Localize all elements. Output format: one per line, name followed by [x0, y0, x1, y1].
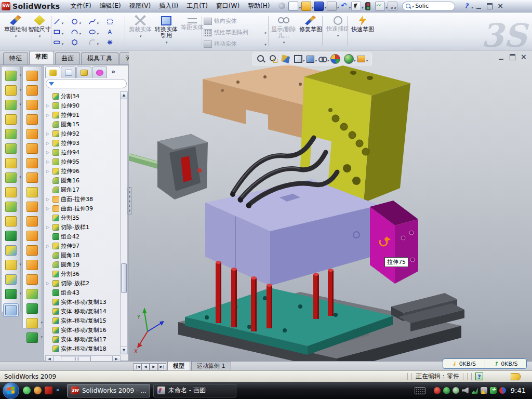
offset-entities-button[interactable]: 等距实体	[180, 15, 205, 31]
tree-item[interactable]: 分割36	[45, 269, 121, 278]
tree-item[interactable]: 实体-移动/复制16	[45, 325, 121, 335]
expand-arrow-icon[interactable]	[46, 244, 51, 248]
tag-icon[interactable]	[511, 373, 521, 380]
propertymanager-tab[interactable]	[61, 66, 76, 78]
expand-arrow-icon[interactable]	[46, 150, 51, 155]
tree-item[interactable]: 实体-移动/复制14	[45, 307, 121, 316]
expand-arrow-icon[interactable]	[46, 159, 51, 164]
tree-vertical-scrollbar[interactable]: ▲ ▼	[120, 91, 128, 354]
display-delete-relations-button[interactable]: 显示/删除几...	[271, 15, 296, 45]
update-icon[interactable]	[453, 387, 459, 394]
expand-arrow-icon[interactable]	[46, 131, 51, 136]
featuremanager-tree-tab[interactable]	[45, 66, 60, 78]
menu-help[interactable]: 帮助(H)	[244, 1, 274, 11]
tree-item[interactable]: 拉伸91	[45, 110, 121, 119]
menu-edit[interactable]: 编辑(E)	[96, 1, 125, 11]
ellipse-icon[interactable]	[88, 27, 106, 37]
taskbar-clock[interactable]: 9:41	[511, 387, 526, 394]
media-icon[interactable]	[34, 387, 42, 394]
tree-item[interactable]: 实体-移动/复制15	[45, 316, 121, 325]
sketch-fillet-icon[interactable]	[88, 37, 106, 47]
tree-item[interactable]: 拉伸97	[45, 241, 121, 250]
graphics-area[interactable]: Y X 拉伸75	[129, 50, 532, 361]
slot-icon[interactable]	[53, 37, 71, 47]
panel-splitter[interactable]	[127, 187, 132, 215]
security-red-icon[interactable]	[434, 387, 441, 394]
tree-item[interactable]: 组合42	[45, 232, 121, 241]
tab-surfaces[interactable]: 曲面	[55, 52, 80, 64]
expand-arrow-icon[interactable]	[46, 141, 51, 145]
scroll-down-button[interactable]: ▼	[121, 347, 127, 354]
tree-filter-box[interactable]	[46, 79, 127, 88]
sync-icon[interactable]	[499, 387, 506, 394]
tree-item[interactable]: 实体-移动/复制17	[45, 335, 121, 344]
menu-insert[interactable]: 插入(I)	[155, 1, 182, 11]
next-tab-button[interactable]	[150, 363, 158, 370]
tree-item[interactable]: 曲面-拉伸39	[45, 204, 121, 213]
antivirus-green-icon[interactable]	[443, 387, 450, 394]
rapid-sketch-button[interactable]: 快速草图	[350, 15, 375, 33]
overflow-chevron[interactable]	[56, 387, 63, 394]
tree-item[interactable]: 拉伸95	[45, 157, 121, 166]
volume-icon[interactable]	[462, 387, 469, 394]
doc-minimize-button[interactable]	[498, 54, 505, 60]
tree-item[interactable]: 拉伸96	[45, 166, 121, 176]
tree-item[interactable]: 组合43	[45, 288, 121, 297]
close-button[interactable]	[497, 3, 503, 9]
solidworks-taskbar-button[interactable]: SW SolidWorks 2009 - ...	[67, 384, 150, 397]
tree-item[interactable]: 圆角19	[45, 260, 121, 269]
expand-arrow-icon[interactable]	[46, 281, 51, 286]
expand-arrow-icon[interactable]	[46, 197, 51, 202]
pattern-box-icon[interactable]	[106, 18, 124, 25]
repair-sketch-button[interactable]: 修复草图	[298, 15, 323, 33]
network-speed-widget[interactable]: 0KB/S 0KB/S	[443, 358, 527, 369]
smart-dimension-button[interactable]: 智能尺寸	[27, 15, 52, 39]
tree-item[interactable]: 切除-放样2	[45, 278, 121, 288]
doc-close-button[interactable]	[520, 54, 527, 60]
sketch-button[interactable]: 草图绘制	[3, 15, 28, 39]
previous-tab-button[interactable]	[141, 363, 150, 370]
tree-item[interactable]: 曲面-拉伸38	[45, 194, 121, 204]
last-tab-button[interactable]	[158, 363, 166, 370]
model-tab[interactable]: 模型	[167, 361, 190, 370]
configurationmanager-tab[interactable]	[76, 66, 91, 78]
expand-arrow-icon[interactable]	[46, 103, 51, 108]
tree-item[interactable]: 拉伸94	[45, 148, 121, 157]
expand-arrow-icon[interactable]	[46, 206, 51, 211]
tree-item[interactable]: 切除-放样1	[45, 222, 121, 232]
minimize-button[interactable]	[476, 3, 483, 9]
move-entities-button[interactable]: 移动实体	[204, 40, 266, 48]
point-icon[interactable]	[106, 38, 124, 46]
tree-item[interactable]: 分割34	[45, 91, 121, 101]
linear-sketch-pattern-button[interactable]: 线性草图阵列	[204, 29, 266, 36]
menu-view[interactable]: 视图(V)	[125, 1, 155, 11]
menu-file[interactable]: 文件(F)	[66, 1, 95, 11]
motion-study-tab[interactable]: 运动算例 1	[191, 361, 231, 370]
expand-arrow-icon[interactable]	[46, 225, 51, 230]
polygon-icon[interactable]	[71, 38, 88, 46]
quick-snaps-button[interactable]: 快速捕捉	[325, 15, 350, 38]
line-icon[interactable]	[53, 17, 71, 26]
scroll-up-button[interactable]: ▲	[121, 92, 127, 99]
tab-sketch[interactable]: 草图	[29, 51, 54, 64]
menu-tools[interactable]: 工具(T)	[182, 1, 212, 11]
restore-button[interactable]	[487, 3, 493, 9]
tree-item[interactable]: 实体-移动/复制13	[45, 297, 121, 307]
dimxpertmanager-tab[interactable]	[92, 66, 107, 78]
rectangle-icon[interactable]	[53, 27, 71, 37]
expand-arrow-icon[interactable]	[46, 169, 51, 174]
circle-icon[interactable]	[71, 17, 88, 26]
shield-plus-icon[interactable]	[490, 387, 497, 394]
input-method-icon[interactable]	[415, 387, 425, 394]
arc-icon[interactable]	[71, 27, 88, 37]
manager-overflow-chevron[interactable]	[109, 68, 118, 75]
first-tab-button[interactable]	[133, 363, 141, 370]
network-warning-icon[interactable]	[481, 387, 487, 394]
convert-entities-button[interactable]: 转换实体引用	[154, 15, 179, 45]
expand-arrow-icon[interactable]	[46, 113, 51, 117]
tab-features[interactable]: 特征	[3, 52, 28, 64]
start-button[interactable]	[3, 382, 19, 399]
messenger-icon[interactable]	[23, 387, 31, 394]
tree-item[interactable]: 拉伸90	[45, 101, 121, 110]
scroll-thumb[interactable]	[121, 263, 127, 293]
